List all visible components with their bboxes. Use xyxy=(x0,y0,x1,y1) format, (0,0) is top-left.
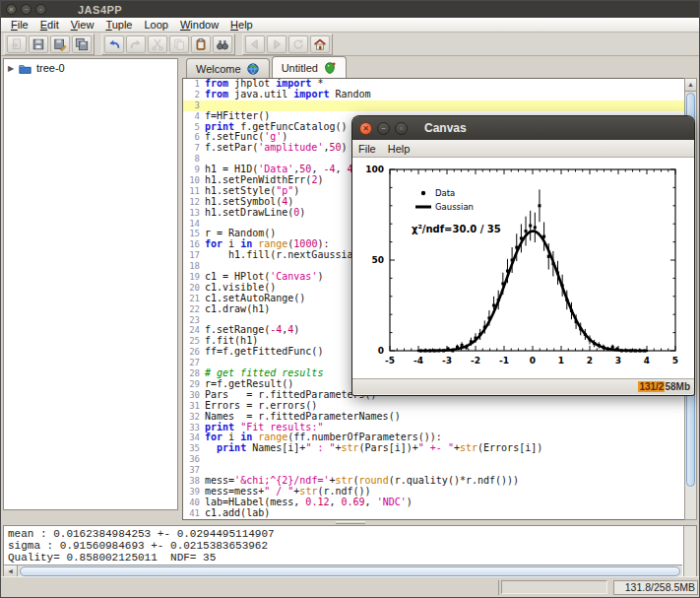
menu-item-window[interactable]: Window xyxy=(174,19,224,31)
line-number: 10 xyxy=(183,175,205,186)
code-text: lab=HLabel(mess, 0.12, 0.69, 'NDC') xyxy=(205,498,684,508)
svg-text:χ²/ndf=30.0 / 35: χ²/ndf=30.0 / 35 xyxy=(412,224,501,234)
svg-text:50: 50 xyxy=(371,255,384,265)
scroll-up-icon[interactable]: ▲ xyxy=(685,79,696,92)
line-number: 9 xyxy=(183,165,205,175)
menu-item-edit[interactable]: Edit xyxy=(34,19,65,31)
menu-item-tuple[interactable]: Tuple xyxy=(99,19,138,31)
console-vertical-scrollbar[interactable] xyxy=(683,526,696,577)
line-number: 17 xyxy=(183,250,205,261)
tab-welcome[interactable]: Welcome xyxy=(186,58,270,78)
tab-label: Welcome xyxy=(196,63,241,75)
menu-item-help[interactable]: Help xyxy=(224,19,259,31)
reload-button[interactable] xyxy=(288,35,308,53)
code-line[interactable]: 2from java.util import Random xyxy=(183,90,684,100)
cut-button[interactable] xyxy=(148,35,167,53)
toolbar-group xyxy=(4,33,95,55)
menu-item-loop[interactable]: Loop xyxy=(138,19,173,31)
line-number: 12 xyxy=(183,197,205,208)
code-line[interactable]: 36 xyxy=(183,454,684,465)
canvas-title: Canvas xyxy=(424,121,467,135)
line-number: 29 xyxy=(183,379,205,390)
canvas-menu-item-help[interactable]: Help xyxy=(388,143,411,155)
svg-text:4: 4 xyxy=(644,356,650,365)
home-button[interactable] xyxy=(310,35,330,53)
svg-text:Data: Data xyxy=(435,188,455,198)
tab-bar: WelcomeUntitled xyxy=(182,56,697,78)
line-number: 38 xyxy=(183,476,205,487)
line-number: 16 xyxy=(183,239,205,250)
line-number: 39 xyxy=(183,487,205,498)
canvas-menu-item-file[interactable]: File xyxy=(358,143,376,155)
jas4pp-window: ✕ − ▫ JAS4PP FileEditViewTupleLoopWindow… xyxy=(0,0,700,598)
save-all-button[interactable] xyxy=(72,35,92,53)
save-button[interactable] xyxy=(29,35,48,53)
canvas-maximize-icon[interactable]: ▫ xyxy=(395,122,408,135)
console-output[interactable]: mean : 0.0162384984253 +- 0.029449511490… xyxy=(3,525,697,578)
save-as-button[interactable] xyxy=(50,35,70,53)
tree-item-tree-0[interactable]: ▶tree-0 xyxy=(4,59,177,77)
line-number: 41 xyxy=(183,508,205,519)
svg-text:Gaussian: Gaussian xyxy=(435,202,474,212)
line-number: 11 xyxy=(183,186,205,197)
canvas-memory-total: 58Mb xyxy=(665,381,690,392)
canvas-memory-used: 131/2 xyxy=(638,381,665,392)
undo-button[interactable] xyxy=(104,35,124,53)
line-number: 36 xyxy=(183,454,205,465)
close-icon[interactable]: ✕ xyxy=(6,4,17,15)
jython-icon xyxy=(323,61,337,75)
expand-arrow-icon[interactable]: ▶ xyxy=(8,64,18,73)
menu-item-file[interactable]: File xyxy=(5,19,34,31)
console-line: sigma : 0.91560984693 +- 0.0215383653962 xyxy=(8,540,694,552)
line-number: 33 xyxy=(183,423,205,433)
menu-item-view[interactable]: View xyxy=(65,19,100,31)
code-text: print Names[i]+" : "+str(Pars[i])+" +- "… xyxy=(205,443,684,454)
code-text: from java.util import Random xyxy=(205,90,684,100)
open-icon xyxy=(10,37,24,51)
titlebar[interactable]: ✕ − ▫ JAS4PP xyxy=(1,1,699,18)
line-number: 40 xyxy=(183,498,205,508)
back-button[interactable] xyxy=(245,35,265,53)
find-button[interactable] xyxy=(213,35,232,53)
tab-label: Untitled xyxy=(282,62,318,74)
open-button[interactable] xyxy=(7,35,27,53)
canvas-titlebar[interactable]: ✕ − ▫ Canvas xyxy=(352,116,694,140)
console-lines: mean : 0.0162384984253 +- 0.029449511490… xyxy=(8,528,694,564)
splitter-grip[interactable] xyxy=(336,521,365,524)
maximize-icon[interactable]: ▫ xyxy=(35,4,46,15)
canvas-close-icon[interactable]: ✕ xyxy=(359,122,372,135)
line-number: 7 xyxy=(183,143,205,154)
line-number: 22 xyxy=(183,304,205,315)
forward-icon xyxy=(270,37,284,51)
copy-icon xyxy=(172,37,186,51)
svg-text:5: 5 xyxy=(672,356,678,365)
svg-text:0: 0 xyxy=(378,346,384,356)
line-number: 26 xyxy=(183,347,205,358)
plot-area[interactable]: -5-4-3-2-1012345050100DataGaussianχ²/ndf… xyxy=(352,158,694,378)
tree-panel[interactable]: ▶tree-0 xyxy=(3,58,178,510)
canvas-window[interactable]: ✕ − ▫ Canvas FileHelp -5-4-3-2-101234505… xyxy=(352,116,694,395)
line-number: 20 xyxy=(183,283,205,294)
progress-bar xyxy=(501,580,607,594)
toolbar-group xyxy=(242,33,333,55)
reload-icon xyxy=(291,37,305,51)
copy-button[interactable] xyxy=(169,35,189,53)
forward-button[interactable] xyxy=(267,35,286,53)
paste-icon xyxy=(194,37,208,51)
save-all-icon xyxy=(75,37,89,51)
line-number: 14 xyxy=(183,219,205,230)
canvas-minimize-icon[interactable]: − xyxy=(377,122,390,135)
code-line[interactable]: 41c1.add(lab) xyxy=(183,508,684,519)
line-number: 19 xyxy=(183,272,205,283)
console-scroll-thumb[interactable] xyxy=(20,566,680,576)
svg-text:0: 0 xyxy=(530,356,536,365)
code-text xyxy=(205,454,684,465)
minimize-icon[interactable]: − xyxy=(21,4,32,15)
paste-button[interactable] xyxy=(191,35,211,53)
save-as-icon xyxy=(53,37,67,51)
code-text xyxy=(205,100,684,111)
redo-button[interactable] xyxy=(126,35,146,53)
tab-untitled[interactable]: Untitled xyxy=(272,56,347,78)
line-number: 18 xyxy=(183,261,205,272)
code-line[interactable]: 35 print Names[i]+" : "+str(Pars[i])+" +… xyxy=(183,443,684,454)
